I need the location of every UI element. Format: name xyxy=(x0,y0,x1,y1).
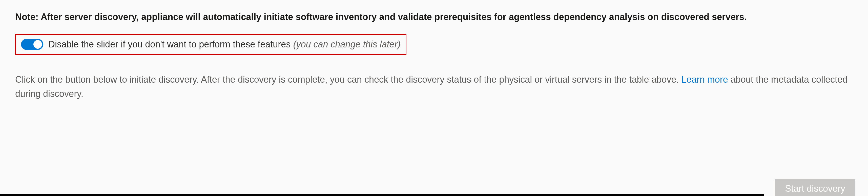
note-text: Note: After server discovery, appliance … xyxy=(15,10,853,24)
description-part1: Click on the button below to initiate di… xyxy=(15,74,681,85)
bottom-divider xyxy=(0,194,764,196)
feature-toggle[interactable] xyxy=(21,39,43,50)
note-prefix: Note: xyxy=(15,12,38,22)
slider-highlight-box: Disable the slider if you don't want to … xyxy=(15,34,406,55)
toggle-knob-icon xyxy=(33,40,42,49)
start-discovery-button[interactable]: Start discovery xyxy=(775,179,855,196)
discovery-description: Click on the button below to initiate di… xyxy=(15,73,853,101)
learn-more-link[interactable]: Learn more xyxy=(681,74,728,85)
toggle-label: Disable the slider if you don't want to … xyxy=(48,39,401,50)
toggle-hint: (you can change this later) xyxy=(293,39,400,50)
toggle-label-text: Disable the slider if you don't want to … xyxy=(48,39,290,50)
note-body: After server discovery, appliance will a… xyxy=(41,12,747,22)
